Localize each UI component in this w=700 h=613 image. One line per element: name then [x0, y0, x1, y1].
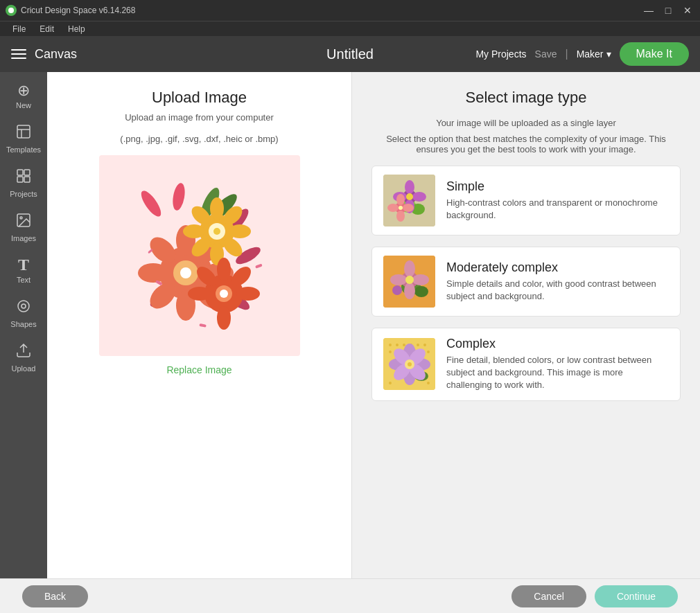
svg-point-77 — [405, 276, 414, 284]
svg-point-49 — [220, 290, 228, 298]
sidebar-item-text[interactable]: T Text — [3, 251, 44, 290]
main-layout: ⊕ New Templates Projects Images T Text — [0, 72, 700, 578]
svg-point-65 — [396, 211, 405, 222]
svg-point-103 — [408, 362, 412, 366]
app-logo — [6, 5, 17, 16]
simple-card[interactable]: Simple High-contrast colors and transpar… — [371, 166, 681, 236]
save-button[interactable]: Save — [535, 48, 557, 60]
close-button[interactable]: ✕ — [681, 3, 694, 17]
svg-point-31 — [210, 197, 224, 220]
upload-panel: Upload Image Upload an image from your c… — [47, 72, 352, 578]
svg-point-71 — [414, 286, 428, 297]
svg-point-45 — [236, 287, 260, 301]
svg-point-10 — [137, 188, 164, 219]
sidebar-item-projects[interactable]: Projects — [3, 162, 44, 204]
canvas-label: Canvas — [35, 47, 77, 62]
chevron-down-icon: ▾ — [606, 48, 611, 60]
window-controls[interactable]: — □ ✕ — [642, 3, 694, 17]
svg-point-73 — [404, 260, 415, 277]
moderate-desc: Simple details and color, with good cont… — [446, 278, 669, 303]
menu-help[interactable]: Help — [61, 21, 92, 36]
svg-point-80 — [389, 344, 392, 346]
content-area: Upload Image Upload an image from your c… — [47, 72, 700, 578]
sidebar-item-label-upload: Upload — [12, 364, 36, 373]
menu-file[interactable]: File — [6, 21, 33, 36]
header-divider: | — [565, 48, 568, 60]
svg-point-86 — [389, 350, 392, 353]
svg-rect-4 — [17, 177, 23, 182]
svg-point-42 — [217, 258, 231, 281]
select-description: Select the option that best matches the … — [371, 134, 681, 154]
svg-point-75 — [390, 274, 407, 285]
complex-title: Complex — [446, 337, 669, 351]
svg-point-67 — [403, 204, 414, 212]
replace-image-button[interactable]: Replace Image — [166, 364, 231, 375]
complex-info: Complex Fine detail, blended colors, or … — [446, 337, 669, 392]
svg-rect-3 — [24, 170, 30, 175]
upload-subtitle-line1: Upload an image from your computer — [125, 112, 274, 123]
svg-point-68 — [399, 206, 403, 210]
svg-rect-51 — [255, 264, 263, 269]
sidebar-item-upload[interactable]: Upload — [3, 337, 44, 378]
svg-point-58 — [405, 180, 414, 194]
footer: Back Cancel Continue — [0, 578, 700, 613]
moderately-complex-card[interactable]: Moderately complex Simple details and co… — [371, 247, 681, 317]
upload-subtitle-line2: (.png, .jpg, .gif, .svg, .dxf, .heic or … — [120, 134, 278, 144]
simple-thumb — [383, 175, 435, 226]
simple-info: Simple High-contrast colors and transpar… — [446, 179, 669, 222]
continue-button[interactable]: Continue — [595, 585, 678, 607]
app-header: Canvas Untitled My Projects Save | Maker… — [0, 36, 700, 72]
svg-rect-1 — [17, 125, 30, 138]
svg-point-34 — [229, 224, 251, 238]
sidebar-item-label-images: Images — [11, 234, 36, 242]
upload-preview — [99, 155, 300, 356]
simple-title: Simple — [446, 179, 669, 194]
upload-title: Upload Image — [152, 89, 247, 107]
title-bar: Cricut Design Space v6.14.268 — □ ✕ — [0, 0, 700, 21]
svg-rect-5 — [24, 177, 30, 182]
sidebar-item-templates[interactable]: Templates — [3, 118, 44, 159]
complex-card[interactable]: Complex Fine detail, blended colors, or … — [371, 328, 681, 401]
sidebar-item-label-projects: Projects — [10, 190, 37, 198]
maker-label: Maker — [577, 48, 604, 60]
svg-point-81 — [396, 344, 399, 346]
make-it-button[interactable]: Make It — [620, 42, 689, 66]
svg-point-8 — [18, 301, 29, 312]
svg-point-76 — [412, 274, 429, 285]
sidebar-item-new[interactable]: ⊕ New — [3, 78, 44, 115]
cancel-button[interactable]: Cancel — [511, 585, 586, 607]
footer-right: Cancel Continue — [511, 585, 678, 607]
projects-icon — [15, 168, 32, 187]
maker-selector[interactable]: Maker ▾ — [577, 48, 611, 60]
svg-point-64 — [396, 194, 405, 205]
maximize-button[interactable]: □ — [661, 3, 675, 17]
select-panel: Select image type Your image will be upl… — [352, 72, 700, 578]
minimize-button[interactable]: — — [642, 3, 656, 17]
svg-point-89 — [389, 382, 392, 384]
moderate-info: Moderately complex Simple details and co… — [446, 260, 669, 303]
my-projects-button[interactable]: My Projects — [475, 48, 526, 60]
svg-point-62 — [406, 193, 413, 200]
project-title[interactable]: Untitled — [326, 46, 374, 62]
complex-thumb — [383, 338, 435, 390]
moderate-title: Moderately complex — [446, 260, 669, 275]
svg-point-85 — [423, 344, 426, 346]
back-button[interactable]: Back — [22, 585, 88, 607]
svg-point-9 — [21, 304, 26, 308]
templates-icon — [15, 123, 32, 143]
svg-point-22 — [138, 263, 168, 283]
svg-point-40 — [213, 228, 220, 235]
svg-point-88 — [427, 350, 430, 353]
menu-edit[interactable]: Edit — [33, 21, 61, 36]
select-subtitle: Your image will be uploaded as a single … — [371, 118, 681, 128]
sidebar-item-label-shapes: Shapes — [10, 320, 36, 328]
hamburger-menu[interactable] — [11, 49, 26, 59]
svg-point-66 — [387, 204, 399, 212]
upload-icon — [15, 342, 32, 362]
svg-point-33 — [183, 224, 205, 238]
svg-point-7 — [20, 217, 22, 219]
sidebar-item-shapes[interactable]: Shapes — [3, 292, 44, 334]
svg-point-90 — [427, 382, 430, 384]
complex-desc: Fine detail, blended colors, or low cont… — [446, 354, 669, 392]
sidebar-item-images[interactable]: Images — [3, 206, 44, 248]
